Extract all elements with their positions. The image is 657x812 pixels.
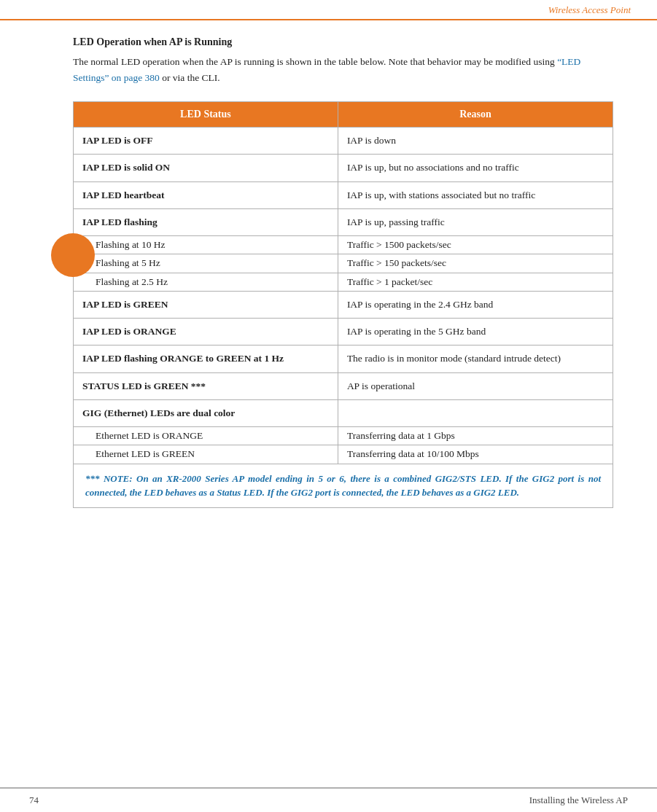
intro-paragraph: The normal LED operation when the AP is …	[73, 54, 613, 85]
table-sub-row: Ethernet LED is GREENTransferring data a…	[74, 445, 613, 464]
intro-text-after: or via the CLI.	[160, 72, 220, 83]
led-reason-cell: IAP is up, with stations associated but …	[338, 181, 613, 208]
table-sub-row: Flashing at 10 HzTraffic > 1500 packets/…	[74, 236, 613, 254]
page-header: Wireless Access Point	[0, 0, 657, 20]
decorative-circle	[51, 233, 95, 277]
table-row: IAP LED is GREENIAP is operating in the …	[74, 291, 613, 318]
table-row: GIG (Ethernet) LEDs are dual color	[74, 399, 613, 426]
table-row: IAP LED is ORANGEIAP is operating in the…	[74, 319, 613, 346]
led-status-cell: IAP LED heartbeat	[74, 181, 338, 208]
led-status-cell: IAP LED is OFF	[74, 128, 338, 155]
led-reason-cell: IAP is operating in the 2.4 GHz band	[338, 291, 613, 318]
table-row: IAP LED heartbeatIAP is up, with station…	[74, 181, 613, 208]
led-status-cell: IAP LED is GREEN	[74, 291, 338, 318]
table-row: STATUS LED is GREEN ***AP is operational	[74, 372, 613, 399]
table-row: IAP LED flashing ORANGE to GREEN at 1 Hz…	[74, 346, 613, 372]
led-reason-sub-cell: Transferring data at 10/100 Mbps	[338, 445, 613, 464]
led-status-sub-cell: Flashing at 5 Hz	[74, 254, 338, 273]
table-note-row: *** NOTE: On an XR-2000 Series AP model …	[74, 464, 613, 507]
col2-header: Reason	[338, 102, 613, 128]
led-status-sub-cell: Ethernet LED is GREEN	[74, 445, 338, 464]
led-status-sub-cell: Ethernet LED is ORANGE	[74, 427, 338, 445]
led-table: LED Status Reason IAP LED is OFFIAP is d…	[73, 101, 613, 508]
led-reason-sub-cell: Transferring data at 1 Gbps	[338, 427, 613, 445]
intro-text-before: The normal LED operation when the AP is …	[73, 56, 557, 67]
page-footer: 74 Installing the Wireless AP	[0, 787, 657, 812]
led-reason-cell: IAP is operating in the 5 GHz band	[338, 319, 613, 346]
led-status-sub-cell: Flashing at 2.5 Hz	[74, 273, 338, 291]
table-sub-row: Flashing at 5 HzTraffic > 150 packets/se…	[74, 254, 613, 273]
table-note-cell: *** NOTE: On an XR-2000 Series AP model …	[74, 464, 613, 507]
table-row: IAP LED is solid ONIAP is up, but no ass…	[74, 155, 613, 181]
led-status-cell: IAP LED is ORANGE	[74, 319, 338, 346]
led-reason-cell: IAP is up, passing traffic	[338, 208, 613, 235]
header-title: Wireless Access Point	[548, 4, 631, 15]
led-reason-cell: IAP is up, but no associations and no tr…	[338, 155, 613, 181]
led-status-cell: IAP LED flashing ORANGE to GREEN at 1 Hz	[74, 346, 338, 372]
led-reason-cell	[338, 399, 613, 426]
led-status-cell: IAP LED is solid ON	[74, 155, 338, 181]
footer-page-number: 74	[29, 795, 39, 806]
table-row: IAP LED flashingIAP is up, passing traff…	[74, 208, 613, 235]
led-status-cell: IAP LED flashing	[74, 208, 338, 235]
led-reason-cell: AP is operational	[338, 372, 613, 399]
table-sub-row: Ethernet LED is ORANGETransferring data …	[74, 427, 613, 445]
led-reason-cell: The radio is in monitor mode (standard i…	[338, 346, 613, 372]
table-row: IAP LED is OFFIAP is down	[74, 128, 613, 155]
table-sub-row: Flashing at 2.5 HzTraffic > 1 packet/sec	[74, 273, 613, 291]
col1-header: LED Status	[74, 102, 338, 128]
led-reason-sub-cell: Traffic > 1500 packets/sec	[338, 236, 613, 254]
led-reason-sub-cell: Traffic > 150 packets/sec	[338, 254, 613, 273]
footer-right-text: Installing the Wireless AP	[529, 795, 628, 806]
section-title: LED Operation when AP is Running	[73, 36, 613, 48]
led-reason-cell: IAP is down	[338, 128, 613, 155]
led-status-cell: STATUS LED is GREEN ***	[74, 372, 338, 399]
led-status-cell: GIG (Ethernet) LEDs are dual color	[74, 399, 338, 426]
led-status-sub-cell: Flashing at 10 Hz	[74, 236, 338, 254]
led-reason-sub-cell: Traffic > 1 packet/sec	[338, 273, 613, 291]
